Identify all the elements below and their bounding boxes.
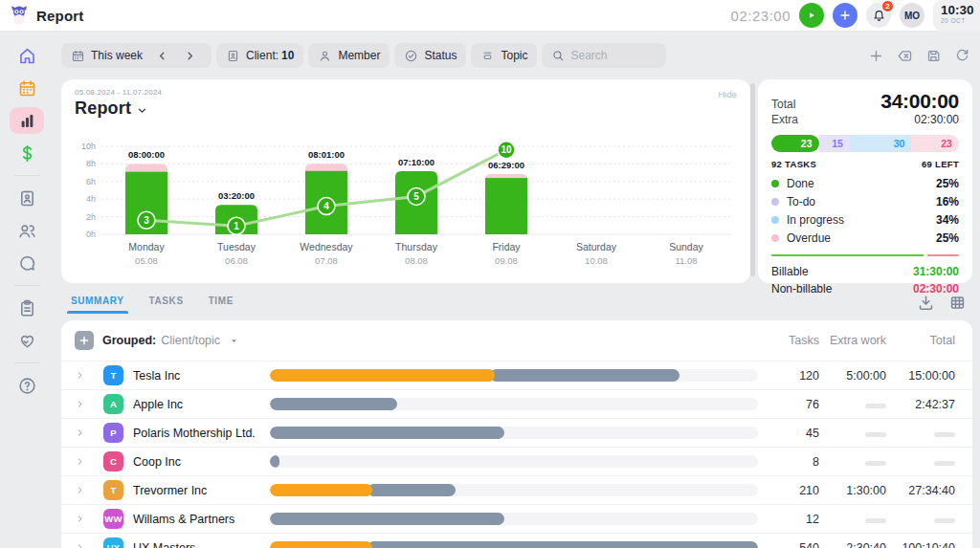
tab-time[interactable]: TIME	[209, 296, 234, 313]
column-tasks[interactable]: Tasks	[758, 334, 819, 347]
sidebar-item-users[interactable]	[10, 217, 44, 244]
table-row[interactable]: UX UX Masters 540 2:30:40 100:10:40	[61, 533, 972, 548]
expand-chevron-icon[interactable]	[75, 542, 85, 548]
cell-total	[886, 513, 955, 526]
calendar-icon	[17, 78, 37, 99]
user-avatar[interactable]: MO	[900, 3, 924, 28]
empty-value-dash	[865, 432, 886, 437]
svg-text:8h: 8h	[86, 159, 96, 168]
table-row[interactable]: T Tesla Inc 120 5:00:00 15:00:00	[61, 361, 972, 389]
report-type-dropdown[interactable]: Report	[75, 99, 739, 119]
client-name: Polaris Mothership Ltd.	[133, 427, 256, 440]
cell-tasks: 45	[758, 427, 819, 440]
progress-segment: 23	[771, 135, 819, 152]
search-input[interactable]	[570, 49, 657, 62]
hide-link[interactable]: Hide	[718, 89, 737, 99]
tasks-total: 92 TASKS	[771, 159, 816, 169]
save-icon[interactable]	[925, 48, 942, 64]
home-icon	[17, 46, 37, 66]
column-total[interactable]: Total	[886, 334, 955, 347]
svg-text:06:29:00: 06:29:00	[488, 160, 524, 170]
sidebar-item-id-badge[interactable]	[10, 185, 44, 211]
start-timer-button[interactable]	[799, 3, 824, 28]
next-period-icon[interactable]	[184, 50, 196, 62]
notifications-button[interactable]: 2	[866, 3, 891, 28]
plus-icon[interactable]	[868, 48, 884, 64]
table-row[interactable]: C Coop Inc 8	[61, 447, 972, 475]
sidebar-item-calendar[interactable]	[10, 75, 44, 101]
client-avatar: A	[103, 394, 123, 414]
svg-text:10: 10	[501, 144, 512, 155]
client-progress-track	[270, 455, 758, 468]
filter-this-week[interactable]: This week	[61, 43, 212, 68]
progress-segment: 30	[850, 135, 912, 152]
caret-down-icon[interactable]	[229, 336, 239, 346]
cell-total	[886, 455, 955, 469]
legend-dot	[771, 180, 779, 187]
progress-segment: 15	[819, 135, 850, 152]
client-progress-track	[270, 369, 758, 382]
tab-tasks[interactable]: TASKS	[149, 296, 184, 313]
tracked-bar	[368, 541, 758, 548]
expand-chevron-icon[interactable]	[75, 514, 85, 524]
filter-status[interactable]: Status	[394, 43, 466, 68]
clock-date: 20 OCT	[941, 17, 980, 24]
clock-widget[interactable]: 10:30 20 OCT	[933, 0, 980, 32]
clear-icon[interactable]	[897, 48, 913, 64]
tab-summary[interactable]: SUMMARY	[71, 296, 124, 313]
client-progress-track	[270, 427, 758, 439]
table-row[interactable]: WW Willams & Partners 12	[61, 504, 972, 533]
expand-chevron-icon[interactable]	[75, 485, 85, 495]
filter-topic[interactable]: Topic	[471, 43, 537, 68]
svg-text:06.08: 06.08	[225, 255, 248, 266]
expand-chevron-icon[interactable]	[75, 370, 85, 381]
sidebar-item-help[interactable]	[10, 372, 44, 399]
table-row[interactable]: T Trevormer Inc 210 1:30:00 27:34:40	[61, 475, 972, 504]
tracked-bar	[270, 398, 397, 410]
vertical-scrollbar[interactable]	[750, 83, 755, 276]
cell-tasks: 120	[758, 369, 819, 383]
add-group-button[interactable]	[75, 331, 94, 350]
table-row[interactable]: A Apple Inc 76 2:42:37	[61, 389, 972, 418]
table-row[interactable]: P Polaris Mothership Ltd. 45	[61, 418, 972, 447]
sidebar-item-heart-care[interactable]	[10, 327, 44, 354]
sidebar-divider	[14, 175, 39, 176]
chevron-down-icon	[136, 104, 148, 117]
summary-table-card: Grouped: Client/topic Tasks Extra work T…	[61, 320, 972, 548]
expand-chevron-icon[interactable]	[75, 427, 85, 438]
svg-text:10.08: 10.08	[585, 255, 608, 266]
sidebar-item-chat[interactable]	[10, 250, 44, 276]
filter-member[interactable]: Member	[308, 43, 390, 68]
bar-chart-icon	[17, 111, 37, 131]
svg-text:08.08: 08.08	[405, 255, 428, 266]
extra-bar	[270, 484, 372, 496]
column-extra-work[interactable]: Extra work	[819, 334, 886, 347]
client-name: Apple Inc	[133, 398, 183, 411]
grouped-value[interactable]: Client/topic	[161, 334, 220, 347]
extra-bar	[270, 369, 495, 382]
sidebar-item-home[interactable]	[10, 42, 44, 69]
add-button[interactable]	[833, 3, 858, 28]
refresh-icon[interactable]	[954, 48, 970, 64]
legend-label: Done	[787, 177, 814, 190]
filter-client[interactable]: Client:10	[216, 43, 303, 68]
progress-segment: 23	[911, 135, 959, 152]
search-box[interactable]	[542, 43, 666, 68]
sidebar-item-bar-chart[interactable]	[10, 107, 44, 134]
cell-total	[886, 427, 955, 440]
total-value: 34:00:00	[880, 90, 959, 113]
cell-tasks: 540	[758, 541, 819, 548]
download-icon[interactable]	[917, 294, 935, 312]
svg-text:Sunday: Sunday	[669, 241, 703, 252]
id-badge-icon	[17, 188, 37, 208]
expand-chevron-icon[interactable]	[75, 456, 85, 467]
client-progress-track	[270, 484, 758, 496]
sidebar-item-dollar[interactable]	[10, 140, 44, 166]
empty-value-dash	[934, 432, 955, 437]
expand-chevron-icon[interactable]	[75, 399, 85, 409]
dollar-icon	[17, 143, 37, 164]
svg-text:Monday: Monday	[128, 241, 165, 252]
sidebar-item-clipboard[interactable]	[10, 295, 44, 321]
prev-period-icon[interactable]	[156, 50, 168, 62]
table-view-icon[interactable]	[948, 294, 967, 312]
